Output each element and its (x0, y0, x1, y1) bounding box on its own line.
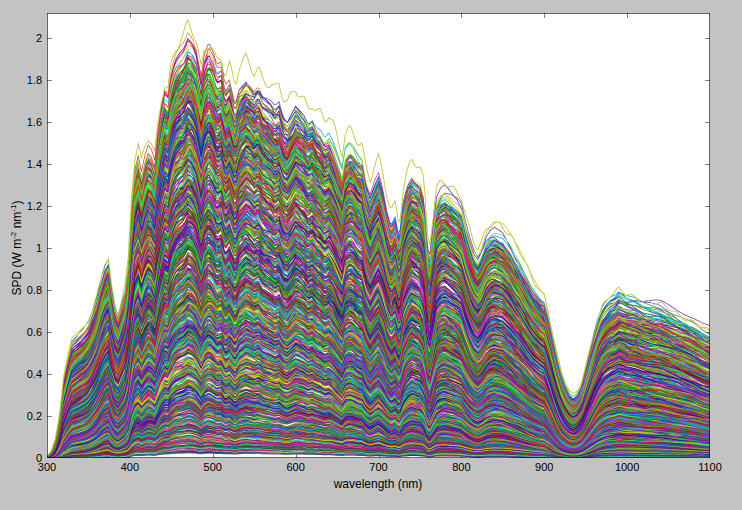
x-tick-label: 400 (121, 461, 139, 473)
y-axis-title-mid: nm (10, 212, 24, 232)
y-axis-title-sup-1: -1 (9, 205, 18, 212)
spd-spectra-canvas (47, 13, 710, 458)
y-axis-title-sup-2: -2 (9, 232, 18, 239)
x-tick-label: 600 (286, 461, 304, 473)
y-tick-label: 1.6 (0, 116, 42, 129)
x-tick-label: 1100 (698, 461, 722, 473)
x-tick-label: 700 (369, 461, 387, 473)
y-axis-title-close: ) (10, 201, 24, 205)
y-axis-title-text: SPD (W m (10, 239, 24, 296)
y-axis-title: SPD (W m-2 nm-1) (5, 138, 23, 358)
y-tick-label: 0.4 (0, 368, 42, 381)
x-tick-label: 500 (204, 461, 222, 473)
y-tick-label: 0.2 (0, 410, 42, 423)
y-tick-label: 0 (0, 452, 42, 465)
plot-area (47, 13, 710, 458)
y-tick-label: 1.8 (0, 74, 42, 87)
x-axis-title: wavelength (nm) (228, 477, 528, 491)
x-tick-label: 900 (535, 461, 553, 473)
y-tick-label: 2 (0, 32, 42, 45)
x-tick-label: 1000 (615, 461, 639, 473)
matlab-figure-window: 30040050060070080090010001100 00.20.40.6… (0, 0, 742, 510)
x-tick-label: 800 (452, 461, 470, 473)
